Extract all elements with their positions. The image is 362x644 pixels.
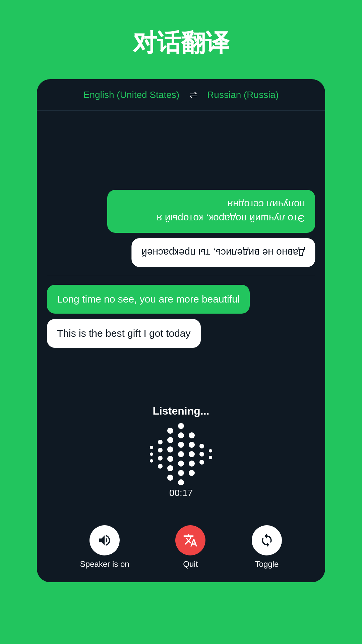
wave-dot: [158, 440, 163, 444]
waveform: [150, 424, 212, 484]
wave-dot: [178, 451, 184, 457]
wave-dot: [199, 444, 204, 448]
wave-dot: [189, 442, 195, 448]
wave-dot: [189, 432, 195, 438]
translate-icon: [183, 533, 198, 548]
wave-dot: [178, 423, 184, 429]
wave-dot: [178, 479, 184, 485]
language-bar: English (United States) ⇌ Russian (Russi…: [37, 79, 325, 111]
wave-dot: [167, 475, 173, 481]
message-bubble-white: This is the best gift I got today: [47, 319, 201, 348]
wave-dot: [158, 456, 163, 461]
wave-dot: [150, 459, 153, 463]
wave-dot: [158, 448, 163, 452]
quit-button[interactable]: [175, 525, 205, 555]
wave-dot: [178, 470, 184, 476]
wave-col-2: [158, 440, 163, 469]
wave-col-1: [150, 446, 153, 463]
wave-dot: [178, 461, 184, 467]
target-language[interactable]: Russian (Russia): [207, 90, 279, 100]
wave-col-5: [189, 432, 195, 476]
wave-dot: [167, 456, 173, 462]
speaker-label: Speaker is on: [80, 559, 129, 569]
wave-col-6: [199, 444, 204, 465]
speaker-control: Speaker is on: [80, 525, 129, 569]
wave-dot: [189, 461, 195, 467]
toggle-icon: [259, 533, 274, 548]
wave-dot: [150, 452, 153, 456]
speaker-icon: [97, 533, 112, 548]
wave-dot: [209, 449, 212, 452]
controls-bar: Speaker is on Quit Toggle: [37, 519, 325, 582]
chat-empty-space: [47, 117, 315, 184]
toggle-button[interactable]: [252, 525, 282, 555]
wave-dot: [167, 428, 173, 434]
toggle-control: Toggle: [252, 525, 282, 569]
message-bubble-green: Long time no see, you are more beautiful: [47, 285, 250, 314]
chat-divider: [47, 276, 315, 276]
wave-dot: [199, 452, 204, 457]
chat-area: Это лучший подарок, который я получил се…: [37, 111, 325, 519]
swap-languages-icon[interactable]: ⇌: [189, 89, 197, 100]
main-card: English (United States) ⇌ Russian (Russi…: [37, 79, 325, 582]
message-bubble-flipped-green: Это лучший подарок, который я получил се…: [107, 190, 315, 233]
listening-label: Listening...: [153, 405, 209, 417]
quit-label: Quit: [183, 559, 198, 569]
wave-dot: [178, 442, 184, 448]
speaker-button[interactable]: [89, 525, 120, 555]
wave-dot: [178, 432, 184, 438]
quit-control: Quit: [175, 525, 205, 569]
page-title: 对话翻译: [133, 27, 229, 59]
wave-dot: [209, 456, 212, 459]
wave-col-3: [167, 428, 173, 481]
toggle-label: Toggle: [255, 559, 279, 569]
wave-dot: [167, 465, 173, 471]
wave-dot: [158, 464, 163, 469]
wave-dot: [189, 470, 195, 476]
wave-dot: [150, 446, 153, 449]
wave-col-7: [209, 449, 212, 459]
listening-section: Listening...: [47, 395, 315, 512]
wave-col-4: [178, 423, 184, 485]
wave-dot: [189, 451, 195, 457]
wave-dot: [199, 460, 204, 465]
source-language[interactable]: English (United States): [83, 90, 179, 100]
timer: 00:17: [169, 488, 193, 498]
wave-dot: [167, 437, 173, 443]
message-bubble-flipped-white: Давно не виделись, ты прекрасней: [131, 238, 315, 267]
wave-dot: [167, 446, 173, 452]
